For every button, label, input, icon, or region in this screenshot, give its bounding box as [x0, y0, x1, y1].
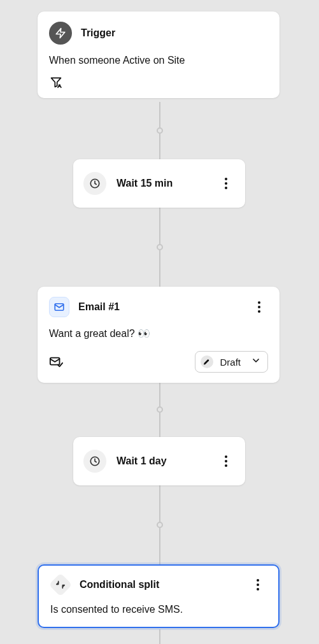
trigger-card[interactable]: Trigger When someone Active on Site: [38, 11, 280, 98]
trigger-description: When someone Active on Site: [49, 55, 268, 66]
wait-2-menu-button[interactable]: [217, 452, 235, 470]
split-title: Conditional split: [80, 579, 240, 590]
wait-label: Wait 15 min: [117, 178, 207, 189]
split-icon: [50, 575, 71, 595]
email-check-icon: [49, 355, 63, 369]
chevron-down-icon: [251, 355, 261, 368]
wait-1-menu-button[interactable]: [217, 175, 235, 192]
email-1-menu-button[interactable]: [250, 298, 268, 316]
lightning-icon: [49, 22, 72, 45]
wait-card-1[interactable]: Wait 15 min: [73, 159, 245, 208]
email-card-1[interactable]: Email #1 Want a great deal? 👀 Draft: [38, 287, 280, 383]
more-vertical-icon: [225, 455, 227, 467]
clock-icon: [83, 450, 106, 473]
pencil-circle-icon: [201, 355, 213, 368]
email-status-label: Draft: [220, 357, 241, 368]
more-vertical-icon: [225, 178, 227, 189]
split-menu-button[interactable]: [249, 576, 267, 594]
conditional-split-card[interactable]: Conditional split Is consented to receiv…: [38, 564, 280, 628]
connector-joint: [157, 127, 163, 134]
svg-marker-0: [56, 29, 65, 38]
more-vertical-icon: [257, 579, 259, 590]
connector-joint: [157, 406, 163, 413]
connector-joint: [157, 522, 163, 528]
trigger-title: Trigger: [81, 27, 115, 39]
split-description: Is consented to receive SMS.: [50, 604, 267, 615]
wait-label: Wait 1 day: [117, 455, 207, 467]
more-vertical-icon: [258, 301, 260, 313]
clock-icon: [83, 172, 106, 195]
filter-profile-icon: [49, 75, 63, 89]
mail-icon: [49, 297, 69, 317]
email-title: Email #1: [78, 301, 241, 313]
wait-card-2[interactable]: Wait 1 day: [73, 437, 245, 485]
email-subject: Want a great deal? 👀: [49, 327, 268, 340]
connector-line: [159, 629, 160, 644]
email-status-select[interactable]: Draft: [195, 351, 268, 373]
connector-joint: [157, 244, 163, 250]
